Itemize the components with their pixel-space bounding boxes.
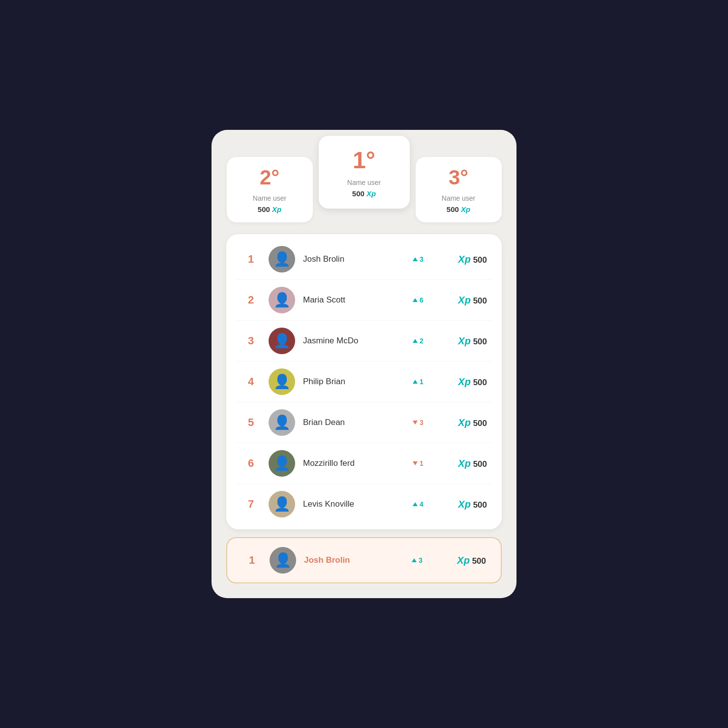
trend-value: 3 bbox=[420, 419, 424, 426]
rank-number: 5 bbox=[241, 416, 261, 429]
trend-indicator: 1 bbox=[403, 378, 433, 386]
podium-card-second: 2° Name user 500 Xp bbox=[227, 157, 313, 222]
list-item[interactable]: 2 👤 Maria Scott 6 Xp 500 bbox=[236, 280, 492, 321]
user-name: Josh Brolin bbox=[303, 254, 403, 264]
user-name: Brian Dean bbox=[303, 418, 403, 427]
xp-value: 500 bbox=[473, 378, 487, 387]
avatar: 👤 bbox=[269, 409, 295, 436]
xp-value: 500 bbox=[473, 296, 487, 305]
podium-xp-third: 500 Xp bbox=[447, 205, 470, 213]
list-item[interactable]: 7 👤 Levis Knoville 4 Xp 500 bbox=[236, 484, 492, 524]
list-item[interactable]: 5 👤 Brian Dean 3 Xp 500 bbox=[236, 402, 492, 443]
list-item[interactable]: 1 👤 Josh Brolin 3 Xp 500 bbox=[236, 239, 492, 280]
current-user-name: Josh Brolin bbox=[304, 555, 402, 565]
trend-value: 2 bbox=[420, 337, 424, 345]
trend-value: 4 bbox=[420, 500, 424, 508]
leaderboard-list: 1 👤 Josh Brolin 3 Xp 500 2 👤 Maria Scott… bbox=[226, 234, 502, 529]
xp-value: 500 bbox=[473, 255, 487, 265]
trend-value: 1 bbox=[420, 459, 424, 467]
xp-value: 500 bbox=[472, 556, 486, 566]
trend-value: 3 bbox=[420, 255, 424, 263]
down-arrow-icon bbox=[413, 421, 418, 425]
podium-card-first: 1° Name user 500 Xp bbox=[319, 136, 410, 209]
xp-value: 500 bbox=[473, 500, 487, 510]
trend-indicator: 4 bbox=[403, 500, 433, 508]
trend-value: 3 bbox=[419, 556, 423, 564]
avatar: 👤 bbox=[269, 450, 295, 477]
trend-indicator: 3 bbox=[403, 255, 433, 263]
xp-label: Xp bbox=[458, 458, 471, 469]
current-user-trend: 3 bbox=[402, 556, 432, 564]
podium-xp-label-third: Xp bbox=[461, 205, 470, 213]
trend-indicator: 2 bbox=[403, 337, 433, 345]
podium-card-third: 3° Name user 500 Xp bbox=[416, 157, 502, 222]
podium-xp-value-second: 500 bbox=[258, 205, 270, 213]
xp-value: 500 bbox=[473, 459, 487, 469]
podium-rank-third: 3° bbox=[449, 166, 468, 189]
xp-label: Xp bbox=[457, 555, 470, 566]
current-user-xp: Xp 500 bbox=[432, 555, 486, 566]
xp-label: Xp bbox=[458, 417, 471, 428]
xp-score: Xp 500 bbox=[433, 376, 487, 388]
user-name: Maria Scott bbox=[303, 295, 403, 305]
list-item[interactable]: 4 👤 Philip Brian 1 Xp 500 bbox=[236, 362, 492, 402]
up-arrow-icon bbox=[413, 257, 418, 261]
user-name: Philip Brian bbox=[303, 377, 403, 387]
avatar: 👤 bbox=[269, 246, 295, 273]
xp-score: Xp 500 bbox=[433, 295, 487, 306]
app-container: 2° Name user 500 Xp 1° Name user 500 Xp … bbox=[212, 130, 516, 598]
podium: 2° Name user 500 Xp 1° Name user 500 Xp … bbox=[226, 150, 502, 222]
podium-name-third: Name user bbox=[442, 194, 475, 202]
trend-indicator: 3 bbox=[403, 419, 433, 426]
podium-xp-label-second: Xp bbox=[272, 205, 281, 213]
xp-score: Xp 500 bbox=[433, 499, 487, 510]
trend-value: 6 bbox=[420, 296, 424, 304]
avatar: 👤 bbox=[269, 328, 295, 354]
xp-label: Xp bbox=[458, 295, 471, 305]
xp-score: Xp 500 bbox=[433, 254, 487, 265]
podium-rank-first: 1° bbox=[353, 147, 375, 174]
xp-value: 500 bbox=[473, 337, 487, 346]
rank-number: 4 bbox=[241, 375, 261, 388]
xp-label: Xp bbox=[458, 376, 471, 387]
user-name: Mozzirillo ferd bbox=[303, 458, 403, 468]
up-arrow-icon bbox=[413, 380, 418, 384]
xp-score: Xp 500 bbox=[433, 335, 487, 347]
rank-number: 7 bbox=[241, 498, 261, 511]
xp-label: Xp bbox=[458, 335, 471, 346]
avatar: 👤 bbox=[269, 368, 295, 395]
podium-xp-first: 500 Xp bbox=[352, 189, 376, 198]
podium-name-second: Name user bbox=[253, 194, 286, 202]
user-name: Jasmine McDo bbox=[303, 336, 403, 346]
xp-score: Xp 500 bbox=[433, 458, 487, 469]
rank-number: 6 bbox=[241, 457, 261, 470]
trend-indicator: 1 bbox=[403, 459, 433, 467]
podium-xp-value-third: 500 bbox=[447, 205, 459, 213]
up-arrow-icon bbox=[413, 298, 418, 302]
current-user-card[interactable]: 1 👤 Josh Brolin 3 Xp 500 bbox=[226, 537, 502, 583]
trend-value: 1 bbox=[420, 378, 424, 386]
user-name: Levis Knoville bbox=[303, 499, 403, 509]
list-item[interactable]: 6 👤 Mozzirillo ferd 1 Xp 500 bbox=[236, 443, 492, 484]
up-arrow-icon bbox=[412, 558, 417, 562]
up-arrow-icon bbox=[413, 502, 418, 506]
podium-rank-second: 2° bbox=[260, 166, 279, 189]
podium-xp-label-first: Xp bbox=[366, 189, 376, 198]
podium-xp-second: 500 Xp bbox=[258, 205, 281, 213]
up-arrow-icon bbox=[413, 339, 418, 343]
list-item[interactable]: 3 👤 Jasmine McDo 2 Xp 500 bbox=[236, 321, 492, 362]
rank-number: 2 bbox=[241, 294, 261, 306]
avatar: 👤 bbox=[269, 287, 295, 313]
avatar: 👤 bbox=[269, 491, 295, 517]
podium-name-first: Name user bbox=[347, 179, 381, 186]
xp-label: Xp bbox=[458, 499, 471, 510]
current-user-rank: 1 bbox=[242, 554, 262, 567]
xp-score: Xp 500 bbox=[433, 417, 487, 428]
rank-number: 3 bbox=[241, 334, 261, 347]
podium-xp-value-first: 500 bbox=[352, 189, 364, 198]
trend-indicator: 6 bbox=[403, 296, 433, 304]
xp-value: 500 bbox=[473, 419, 487, 428]
current-user-avatar: 👤 bbox=[270, 547, 296, 574]
xp-label: Xp bbox=[458, 254, 471, 265]
down-arrow-icon bbox=[413, 461, 418, 465]
